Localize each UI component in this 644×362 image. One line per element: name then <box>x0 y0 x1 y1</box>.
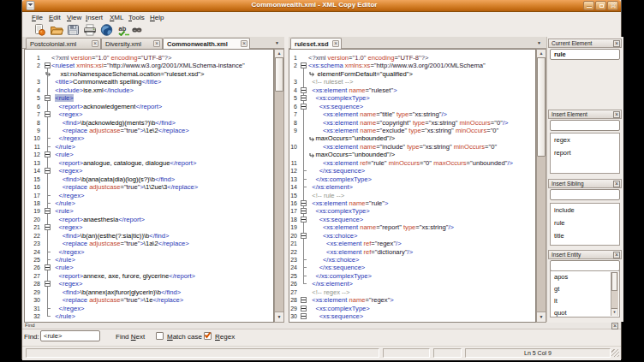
svg-text:ab: ab <box>119 25 127 33</box>
